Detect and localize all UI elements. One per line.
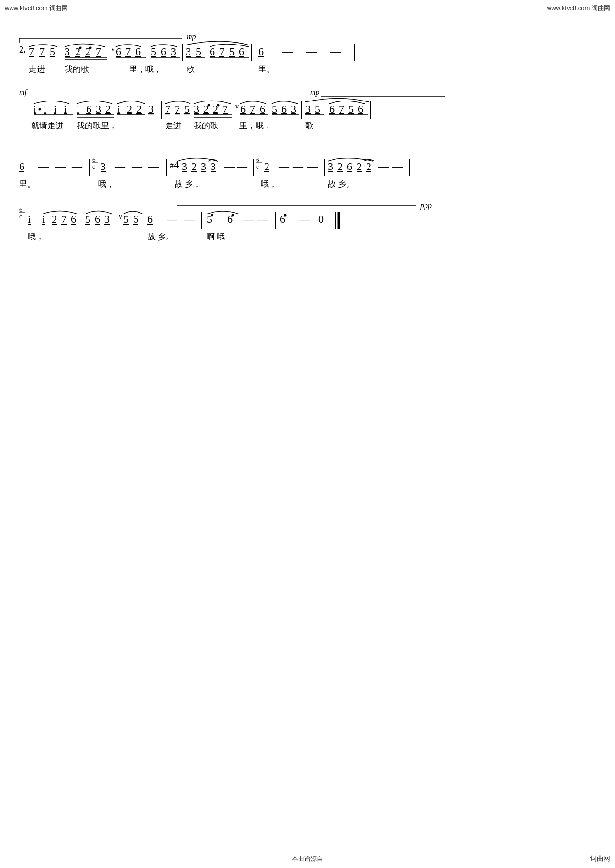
watermark-top-right: www.ktvc8.com 词曲网 — [547, 4, 610, 12]
note: 3 — [305, 103, 311, 115]
note: 2 — [136, 103, 142, 115]
lyric: 啊 哦 — [207, 232, 225, 241]
note: 6 — [161, 45, 166, 57]
dynamic-mf: mf — [19, 88, 28, 97]
note: i — [54, 103, 56, 115]
note: — — [131, 160, 143, 172]
note: 5 — [85, 213, 90, 225]
note: 6 — [19, 206, 22, 213]
note: 7 — [165, 103, 170, 115]
note: 5 — [50, 45, 55, 57]
note: 3 — [328, 160, 333, 172]
note: 3 — [291, 103, 296, 115]
page: www.ktvc8.com 词曲网 www.ktvc8.com 词曲网 词曲网 … — [0, 0, 615, 868]
lyric: 里，哦， — [129, 65, 162, 74]
note: 6 — [95, 213, 100, 225]
note: 6 — [329, 103, 335, 115]
note: 7 — [39, 45, 45, 57]
lyric: 哦， — [261, 180, 277, 189]
note: 5 — [184, 103, 190, 115]
svg-point-44 — [211, 214, 213, 217]
note: — — [243, 213, 254, 225]
note: 2 — [357, 160, 362, 172]
note: 5 — [151, 45, 156, 57]
note: — — [114, 160, 126, 172]
note: 7 — [29, 45, 34, 57]
note: 5 — [123, 213, 129, 225]
note: c — [92, 163, 95, 170]
note: 3 — [101, 160, 106, 172]
note: 6 — [260, 103, 265, 115]
note: 3 — [96, 103, 101, 115]
lyric: 故 乡， — [175, 180, 201, 189]
note: 6 — [86, 103, 91, 115]
watermark-top-left: www.ktvc8.com 词曲网 — [5, 4, 68, 12]
note: — — [282, 45, 293, 57]
note: 7 — [175, 103, 180, 115]
svg-point-13 — [39, 108, 41, 111]
note: i — [42, 213, 45, 225]
note: 6 — [133, 213, 138, 225]
lyric: 哦， — [28, 232, 44, 241]
note: — — [257, 213, 268, 225]
note: 2 — [191, 160, 197, 172]
note: c — [256, 163, 259, 170]
note: 3 — [171, 45, 176, 57]
note: — — [55, 160, 66, 172]
dynamic-mp-row1: mp — [187, 33, 196, 41]
note: — — [148, 160, 159, 172]
lyric: 我的歌里， — [77, 121, 117, 130]
note: 2 — [52, 213, 57, 225]
lyric: 歌 — [305, 121, 313, 130]
note: 3 — [186, 45, 191, 57]
lyric: 歌 — [187, 65, 195, 74]
note: 3 — [201, 160, 206, 172]
note: 6 — [358, 103, 363, 115]
note: 7 — [61, 213, 67, 225]
note: 2 — [264, 160, 269, 172]
note: 6 — [258, 45, 264, 57]
note: 6 — [256, 156, 259, 163]
note: 2 — [105, 103, 111, 115]
note: i — [117, 103, 120, 115]
note: 5 — [272, 103, 277, 115]
breath-mark: v — [112, 45, 115, 53]
note: 7 — [96, 45, 101, 57]
note: 6 — [71, 213, 76, 225]
note: 5 — [315, 103, 320, 115]
note: — — [392, 160, 403, 172]
note: — — [307, 160, 318, 172]
breath-mark: v — [119, 213, 122, 220]
svg-point-47 — [284, 214, 287, 217]
note: i — [28, 213, 31, 225]
svg-point-2 — [79, 47, 82, 49]
lyric: 故 乡。 — [328, 180, 354, 189]
note: 5 — [348, 103, 354, 115]
lyric: 我的歌 — [65, 65, 89, 74]
lyric: 里，哦， — [239, 121, 272, 130]
svg-point-3 — [89, 47, 92, 49]
note: 3 — [182, 160, 187, 172]
note: 3 — [194, 103, 199, 115]
note: — — [71, 160, 83, 172]
note: i — [34, 103, 36, 115]
lyric: 里。 — [258, 65, 275, 74]
note: 2 — [337, 160, 343, 172]
note: 2 — [366, 160, 371, 172]
note: — — [166, 213, 178, 225]
note: 6 — [92, 156, 96, 163]
lyric: 就请走进 — [31, 121, 64, 130]
dynamic-ppp: ppp — [420, 202, 432, 210]
lyric: 里。 — [19, 180, 35, 189]
note: 5 — [229, 45, 235, 57]
note: — — [184, 213, 195, 225]
note: i — [64, 103, 67, 115]
note: 6 — [239, 45, 244, 57]
breath-mark: v — [235, 103, 239, 110]
note: 3 — [104, 213, 110, 225]
note: 7 — [223, 103, 228, 115]
note: 6 — [147, 213, 153, 225]
note: 6 — [281, 103, 287, 115]
note: — — [236, 160, 248, 172]
note: 6 — [210, 45, 215, 57]
